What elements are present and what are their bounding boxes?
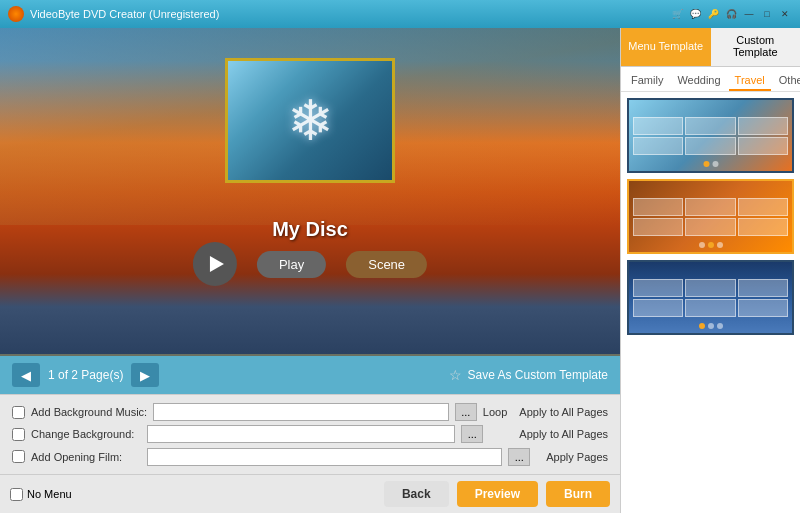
apply-pages-button[interactable]: Apply Pages: [546, 451, 608, 463]
tmpl-cell: [633, 117, 683, 135]
main-layout: ❄ My Disc Play Scene ◀ 1 of 2 Page(s) ▶ …: [0, 28, 800, 513]
tmpl-cell: [685, 218, 735, 236]
tmpl-cell: [633, 279, 683, 297]
preview-canvas: ❄ My Disc Play Scene: [0, 28, 620, 356]
family-tab[interactable]: Family: [625, 71, 669, 91]
no-menu-area: No Menu: [10, 488, 72, 501]
others-tab[interactable]: Others: [773, 71, 800, 91]
opening-film-checkbox[interactable]: [12, 450, 25, 463]
bg-music-row: Add Background Music: ... Loop Apply to …: [12, 403, 608, 421]
tmpl-cell: [633, 299, 683, 317]
change-bg-label: Change Background:: [31, 428, 141, 440]
bg-music-input[interactable]: [153, 403, 449, 421]
dot: [708, 242, 714, 248]
tmpl-cell: [738, 117, 788, 135]
save-custom-template-button[interactable]: ☆ Save As Custom Template: [449, 367, 608, 383]
dot: [712, 161, 718, 167]
tmpl-cell: [685, 299, 735, 317]
page-indicator: 1 of 2 Page(s): [48, 368, 123, 382]
change-bg-row: Change Background: ... Apply to All Page…: [12, 425, 608, 443]
burn-button[interactable]: Burn: [546, 481, 610, 507]
apply-all-pages-2[interactable]: Apply to All Pages: [519, 428, 608, 440]
bg-music-browse-button[interactable]: ...: [455, 403, 477, 421]
tmpl-cell: [738, 299, 788, 317]
tmpl-cell: [738, 218, 788, 236]
disc-title: My Disc: [272, 218, 348, 241]
template-dots-1: [703, 161, 718, 167]
template-list: [621, 92, 800, 513]
template-grid-1: [629, 113, 792, 159]
dot: [703, 161, 709, 167]
template-thumbnail-3: [629, 262, 792, 333]
change-bg-browse-button[interactable]: ...: [461, 425, 483, 443]
scene-button[interactable]: Scene: [346, 251, 427, 278]
opening-film-input[interactable]: [147, 448, 502, 466]
window-close-button[interactable]: ✕: [778, 7, 792, 21]
template-dots-2: [699, 242, 723, 248]
custom-template-tab[interactable]: Custom Template: [711, 28, 801, 66]
tmpl-cell: [738, 279, 788, 297]
wedding-tab[interactable]: Wedding: [671, 71, 726, 91]
help-button[interactable]: 💬: [688, 7, 702, 21]
window-controls[interactable]: 🛒 💬 🔑 🎧 — □ ✕: [670, 7, 792, 21]
template-grid-3: [629, 275, 792, 321]
template-item-1[interactable]: [627, 98, 794, 173]
nav-bar: ◀ 1 of 2 Page(s) ▶ ☆ Save As Custom Temp…: [0, 356, 620, 394]
action-bar: No Menu Back Preview Burn: [0, 474, 620, 513]
play-label-button[interactable]: Play: [257, 251, 326, 278]
tmpl-cell: [685, 279, 735, 297]
dot: [708, 323, 714, 329]
disc-controls: Play Scene: [193, 242, 427, 286]
bg-music-label: Add Background Music:: [31, 406, 147, 418]
dot: [699, 323, 705, 329]
tmpl-cell: [633, 137, 683, 155]
next-page-button[interactable]: ▶: [131, 363, 159, 387]
dot: [717, 323, 723, 329]
opening-film-label: Add Opening Film:: [31, 451, 141, 463]
preview-area: ❄ My Disc Play Scene ◀ 1 of 2 Page(s) ▶ …: [0, 28, 620, 513]
preview-button[interactable]: Preview: [457, 481, 538, 507]
apply-all-pages-1[interactable]: Apply to All Pages: [519, 406, 608, 418]
template-grid-2: [629, 194, 792, 240]
template-thumbnail-1: [629, 100, 792, 171]
window-min-button[interactable]: —: [742, 7, 756, 21]
dot: [717, 242, 723, 248]
star-icon: ☆: [449, 367, 462, 383]
tmpl-cell: [685, 137, 735, 155]
play-button[interactable]: [193, 242, 237, 286]
bg-music-checkbox[interactable]: [12, 406, 25, 419]
minimize-button[interactable]: 🛒: [670, 7, 684, 21]
headphones-button[interactable]: 🎧: [724, 7, 738, 21]
change-bg-input[interactable]: [147, 425, 455, 443]
template-tabs: Menu Template Custom Template: [621, 28, 800, 67]
register-button[interactable]: 🔑: [706, 7, 720, 21]
app-icon: [8, 6, 24, 22]
disc-preview-box: ❄: [225, 58, 395, 183]
app-title: VideoByte DVD Creator (Unregistered): [30, 8, 670, 20]
template-thumbnail-2: [629, 181, 792, 252]
no-menu-checkbox[interactable]: [10, 488, 23, 501]
window-max-button[interactable]: □: [760, 7, 774, 21]
template-item-3[interactable]: [627, 260, 794, 335]
back-button[interactable]: Back: [384, 481, 449, 507]
category-tabs: Family Wedding Travel Others ▶: [621, 67, 800, 92]
opening-film-browse-button[interactable]: ...: [508, 448, 530, 466]
dot: [699, 242, 705, 248]
menu-template-tab[interactable]: Menu Template: [621, 28, 711, 66]
tmpl-cell: [633, 198, 683, 216]
opening-film-row: Add Opening Film: ... Apply Pages: [12, 448, 608, 466]
tmpl-cell: [685, 198, 735, 216]
title-bar: VideoByte DVD Creator (Unregistered) 🛒 💬…: [0, 0, 800, 28]
change-bg-checkbox[interactable]: [12, 428, 25, 441]
template-dots-3: [699, 323, 723, 329]
template-item-2[interactable]: [627, 179, 794, 254]
sidebar: Menu Template Custom Template Family Wed…: [620, 28, 800, 513]
tmpl-cell: [685, 117, 735, 135]
prev-page-button[interactable]: ◀: [12, 363, 40, 387]
tmpl-cell: [738, 198, 788, 216]
tmpl-cell: [738, 137, 788, 155]
horizon-line: [0, 354, 620, 356]
no-menu-label: No Menu: [27, 488, 72, 500]
travel-tab[interactable]: Travel: [729, 71, 771, 91]
tmpl-cell: [633, 218, 683, 236]
